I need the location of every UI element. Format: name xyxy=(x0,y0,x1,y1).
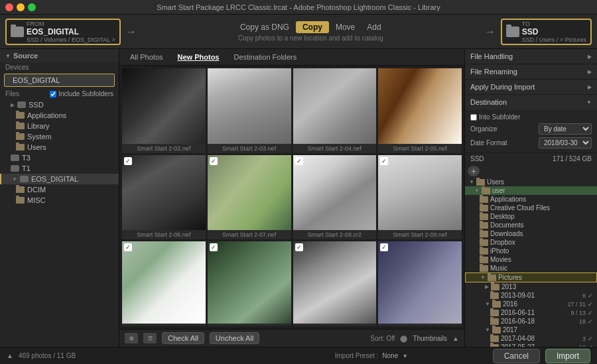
photo-cell-4[interactable]: Smart Start 2-05.nef xyxy=(378,68,462,153)
into-subfolder-text: Into Subfolder xyxy=(479,113,520,121)
sidebar-item-misc[interactable]: MISC xyxy=(0,195,119,206)
tree-downloads[interactable]: Downloads xyxy=(465,229,597,238)
minimize-button[interactable] xyxy=(17,3,25,11)
cancel-button[interactable]: Cancel xyxy=(493,349,540,363)
photo-cell-8[interactable]: Smart Start 2-09.nef xyxy=(378,155,462,240)
into-subfolder-label[interactable]: Into Subfolder xyxy=(470,113,520,121)
tab-all-photos[interactable]: All Photos xyxy=(125,52,168,62)
tree-users[interactable]: ▼ Users xyxy=(465,178,597,186)
photo-cell-7[interactable]: Smart Start 2-08.cr2 xyxy=(293,155,377,240)
sidebar-item-t1[interactable]: T1 xyxy=(0,163,119,174)
from-label: FROM xyxy=(27,21,115,27)
into-subfolder-checkbox[interactable] xyxy=(470,114,477,121)
photo-checkbox-5[interactable] xyxy=(124,157,132,165)
check-all-button[interactable]: Check All xyxy=(162,332,204,344)
tab-destination-folders[interactable]: Destination Folders xyxy=(228,52,302,62)
photo-cell-2[interactable]: Smart Start 2-03.nef xyxy=(208,68,291,153)
photo-thumb-6 xyxy=(208,155,291,231)
sidebar-item-applications[interactable]: Applications xyxy=(0,110,119,121)
tab-copy-as-dng[interactable]: Copy as DNG xyxy=(235,21,295,33)
sidebar-item-eos-digital[interactable]: ▼ EOS_DIGITAL xyxy=(0,174,119,184)
tree-2013[interactable]: ▶ 2013 xyxy=(465,282,597,291)
tree-2017-04-08[interactable]: 2017-04-08 3 ✓ xyxy=(465,334,597,343)
fullscreen-button[interactable] xyxy=(28,3,36,11)
list-view-button[interactable]: ☰ xyxy=(143,333,157,343)
photo-cell-9[interactable] xyxy=(122,241,206,326)
import-preset-area: Import Preset : None ▼ xyxy=(255,352,487,359)
eos-digital-device[interactable]: EOS_DIGITAL xyxy=(4,74,115,87)
photo-cell-12[interactable] xyxy=(378,241,462,326)
badge-2013-09-01: 6 xyxy=(582,292,586,299)
include-subfolders-checkbox[interactable]: Include Subfolders xyxy=(50,90,113,97)
tab-copy[interactable]: Copy xyxy=(296,21,329,33)
date-format-select[interactable]: 2018/03-30 xyxy=(539,137,592,149)
add-folder-button[interactable]: + xyxy=(468,166,480,176)
photo-checkbox-10[interactable] xyxy=(210,243,218,251)
tab-add[interactable]: Add xyxy=(362,21,386,33)
tree-movies[interactable]: Movies xyxy=(465,255,597,264)
sidebar-item-t3[interactable]: T3 xyxy=(0,152,119,163)
tree-2017-05-27[interactable]: 2017-05-27 10 ✓ xyxy=(465,343,597,347)
expand-triangle-icon: ▶ xyxy=(588,54,592,60)
import-button[interactable]: Import xyxy=(545,349,590,363)
file-handling-header[interactable]: File Handling ▶ xyxy=(465,49,597,64)
tree-creative-cloud[interactable]: Creative Cloud Files xyxy=(465,204,597,212)
music-label: Music xyxy=(490,265,507,272)
destination-selector[interactable]: TO SSD SSD / Users / > Pictures xyxy=(501,19,592,45)
file-renaming-header[interactable]: File Renaming ▶ xyxy=(465,64,597,79)
tab-move[interactable]: Move xyxy=(330,21,360,33)
preset-dropdown-icon[interactable]: ▼ xyxy=(402,353,408,359)
sidebar-item-users[interactable]: Users xyxy=(0,142,119,152)
dcim-label: DCIM xyxy=(27,186,46,194)
tree-desktop[interactable]: Desktop xyxy=(465,212,597,221)
photo-cell-3[interactable]: Smart Start 2-04.nef xyxy=(293,68,377,153)
check-mark-2016-06-11: ✓ xyxy=(588,310,593,316)
tree-user[interactable]: ▼ user xyxy=(465,186,597,195)
tree-documents[interactable]: Documents xyxy=(465,221,597,229)
photo-cell-5[interactable]: Smart Start 2-06.nef xyxy=(122,155,206,240)
tree-2016-06-18[interactable]: 2016-06-18 18 ✓ xyxy=(465,317,597,326)
photo-cell-11[interactable] xyxy=(293,241,377,326)
destination-header[interactable]: Destination ▼ xyxy=(465,95,597,109)
sidebar-item-system[interactable]: System xyxy=(0,131,119,142)
photo-checkbox-11[interactable] xyxy=(295,243,303,251)
tab-new-photos[interactable]: New Photos xyxy=(172,52,225,62)
apply-during-import-header[interactable]: Apply During Import ▶ xyxy=(465,80,597,94)
tree-2013-09-01[interactable]: 2013-09-01 6 ✓ xyxy=(465,291,597,300)
tree-dropbox[interactable]: Dropbox xyxy=(465,238,597,247)
sidebar-item-library[interactable]: Library xyxy=(0,121,119,131)
photo-cell-1[interactable]: Smart Start 2-02.nef xyxy=(122,68,206,153)
list-view-icon: ☰ xyxy=(148,335,153,341)
organize-select[interactable]: By date xyxy=(539,123,592,135)
photo-cell-6[interactable]: Smart Start 2-07.nef xyxy=(208,155,291,240)
source-section-header[interactable]: ▼ Source xyxy=(0,49,119,62)
photo-checkbox-9[interactable] xyxy=(124,243,132,251)
sidebar-item-dcim[interactable]: DCIM xyxy=(0,184,119,195)
photo-label-3: Smart Start 2-04.nef xyxy=(293,144,377,153)
expand-icon: ▼ xyxy=(480,274,486,280)
tree-applications[interactable]: Applications xyxy=(465,195,597,204)
photo-checkbox-12[interactable] xyxy=(380,243,388,251)
tree-2016[interactable]: ▼ 2016 27 / 31 ✓ xyxy=(465,300,597,308)
user-tree-label: user xyxy=(492,187,505,194)
photo-checkbox-7[interactable] xyxy=(295,157,303,165)
tree-2017[interactable]: ▼ 2017 xyxy=(465,326,597,334)
grid-view-button[interactable]: ⊞ xyxy=(125,333,138,343)
tree-pictures[interactable]: ▼ Pictures xyxy=(465,273,597,282)
source-selector[interactable]: FROM EOS_DIGITAL SSD / Volumes / EOS_DIG… xyxy=(5,19,121,45)
tree-music[interactable]: Music xyxy=(465,264,597,273)
applications-label: Applications xyxy=(27,111,66,119)
uncheck-all-button[interactable]: Uncheck All xyxy=(210,332,259,344)
photo-checkbox-6[interactable] xyxy=(210,157,218,165)
tree-2016-06-11[interactable]: 2016-06-11 9 / 13 ✓ xyxy=(465,308,597,317)
applications-tree-label: Applications xyxy=(490,196,526,203)
window-controls[interactable] xyxy=(5,3,36,11)
expand-icon: ▼ xyxy=(12,176,17,182)
disk-bar: SSD 171 / 524 GB xyxy=(465,153,597,164)
sidebar-item-ssd[interactable]: ▶ SSD xyxy=(0,99,119,110)
close-button[interactable] xyxy=(5,3,13,11)
photo-checkbox-8[interactable] xyxy=(380,157,388,165)
tree-iphoto[interactable]: iPhoto xyxy=(465,247,597,255)
photo-cell-10[interactable] xyxy=(208,241,291,326)
subfolders-input[interactable] xyxy=(50,91,56,97)
